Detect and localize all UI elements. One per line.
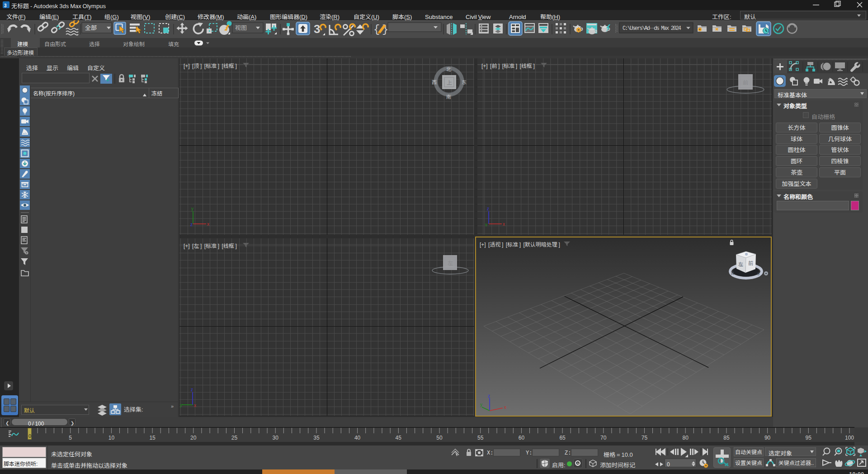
svg-text:65: 65 [559, 435, 566, 441]
svg-text:15: 15 [149, 435, 156, 441]
svg-text:30: 30 [273, 435, 279, 441]
svg-text:85: 85 [723, 435, 730, 441]
svg-text:100: 100 [845, 435, 854, 441]
svg-text:35: 35 [313, 435, 320, 441]
svg-text:60: 60 [519, 435, 525, 441]
svg-text:45: 45 [396, 435, 402, 441]
svg-text:95: 95 [806, 435, 812, 441]
svg-text:55: 55 [477, 435, 484, 441]
svg-text:90: 90 [764, 435, 771, 441]
svg-text:70: 70 [600, 435, 607, 441]
svg-text:20: 20 [190, 435, 197, 441]
svg-text:40: 40 [354, 435, 361, 441]
svg-text:80: 80 [683, 435, 689, 441]
svg-text:50: 50 [436, 435, 443, 441]
svg-text:75: 75 [642, 435, 648, 441]
svg-text:5: 5 [69, 435, 72, 441]
svg-text:10: 10 [108, 435, 115, 441]
svg-text:25: 25 [231, 435, 238, 441]
